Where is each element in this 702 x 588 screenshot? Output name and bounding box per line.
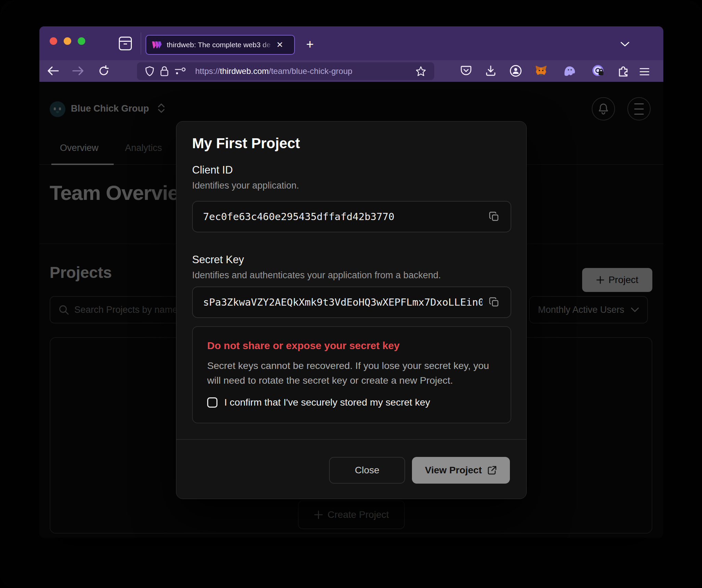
warning-body: Secret keys cannot be recovered. If you … — [207, 358, 491, 388]
window-zoom-button[interactable] — [78, 37, 85, 45]
browser-toolbar: https://thirdweb.com/team/blue-chick-gro… — [39, 60, 663, 82]
url-domain: thirdweb.com — [220, 66, 269, 76]
window-minimize-button[interactable] — [64, 37, 71, 45]
tracking-protection-shield-icon[interactable] — [145, 66, 154, 76]
external-link-icon — [487, 465, 497, 475]
tab-separator — [141, 33, 141, 54]
forward-button[interactable] — [71, 64, 85, 78]
close-button[interactable]: Close — [329, 457, 405, 484]
client-id-label: Client ID — [192, 164, 233, 176]
url-text: https://thirdweb.com/team/blue-chick-gro… — [195, 66, 352, 76]
thirdweb-favicon — [152, 41, 162, 49]
secret-key-label: Secret Key — [192, 254, 244, 266]
view-project-button[interactable]: View Project — [412, 457, 510, 484]
app-menu-hamburger-icon[interactable] — [640, 64, 653, 78]
secret-key-value: sPa3ZkwaVZY2AEQkXmk9t3VdEoHQ3wXEPFLmx7Dx… — [203, 296, 482, 308]
secret-key-description: Identifies and authenticates your applic… — [192, 270, 441, 281]
copy-icon — [489, 297, 499, 307]
url-path: /team/blue-chick-group — [269, 66, 352, 76]
list-all-tabs-button[interactable] — [617, 38, 632, 50]
secret-key-field[interactable]: sPa3ZkwaVZY2AEQkXmk9t3VdEoHQ3wXEPFLmx7Dx… — [192, 286, 511, 318]
secret-key-warning-box: Do not share or expose your secret key S… — [192, 326, 511, 423]
copy-icon — [489, 212, 499, 222]
url-bar[interactable]: https://thirdweb.com/team/blue-chick-gro… — [137, 62, 434, 80]
browser-tab[interactable]: thirdweb: The complete web3 de ✕ — [146, 35, 295, 55]
extensions-puzzle-icon[interactable] — [616, 64, 630, 78]
firefox-view-icon[interactable] — [119, 37, 132, 50]
pocket-icon[interactable] — [459, 64, 473, 78]
permissions-icon[interactable] — [175, 67, 186, 76]
privacy-extension-icon[interactable] — [591, 64, 605, 78]
account-icon[interactable] — [509, 64, 523, 78]
back-button[interactable] — [46, 64, 60, 78]
bookmark-star-icon[interactable] — [416, 66, 426, 76]
client-id-value: 7ec0fe63c460e295435dffafd42b3770 — [203, 211, 482, 222]
downloads-icon[interactable] — [484, 64, 498, 78]
confirm-stored-checkbox[interactable] — [207, 397, 217, 408]
page-content: Blue Chick Group Overview Analytics Team… — [39, 82, 663, 538]
tab-title: thirdweb: The complete web3 de — [167, 41, 274, 49]
url-protocol: https:// — [195, 66, 220, 76]
tab-close-icon[interactable]: ✕ — [276, 41, 283, 49]
new-tab-button[interactable]: + — [302, 35, 318, 53]
screenshot-canvas: thirdweb: The complete web3 de ✕ + — [0, 0, 702, 588]
view-project-label: View Project — [425, 465, 482, 476]
copy-secret-key-button[interactable] — [488, 296, 500, 308]
browser-window: thirdweb: The complete web3 de ✕ + — [39, 26, 663, 538]
project-details-modal: My First Project Client ID Identifies yo… — [176, 121, 527, 499]
lock-icon[interactable] — [160, 66, 168, 76]
metamask-icon[interactable] — [534, 64, 548, 78]
modal-footer: Close View Project — [176, 439, 526, 499]
browser-tab-bar: thirdweb: The complete web3 de ✕ + — [39, 26, 663, 60]
copy-client-id-button[interactable] — [488, 210, 500, 223]
window-close-button[interactable] — [50, 37, 57, 45]
client-id-description: Identifies your application. — [192, 180, 299, 191]
confirm-stored-label: I confirm that I've securely stored my s… — [224, 397, 430, 408]
phantom-icon[interactable] — [563, 64, 576, 78]
reload-button[interactable] — [97, 64, 111, 78]
chevron-down-icon — [620, 42, 629, 47]
modal-title: My First Project — [192, 135, 300, 152]
client-id-field[interactable]: 7ec0fe63c460e295435dffafd42b3770 — [192, 201, 511, 232]
warning-title: Do not share or expose your secret key — [207, 340, 400, 351]
